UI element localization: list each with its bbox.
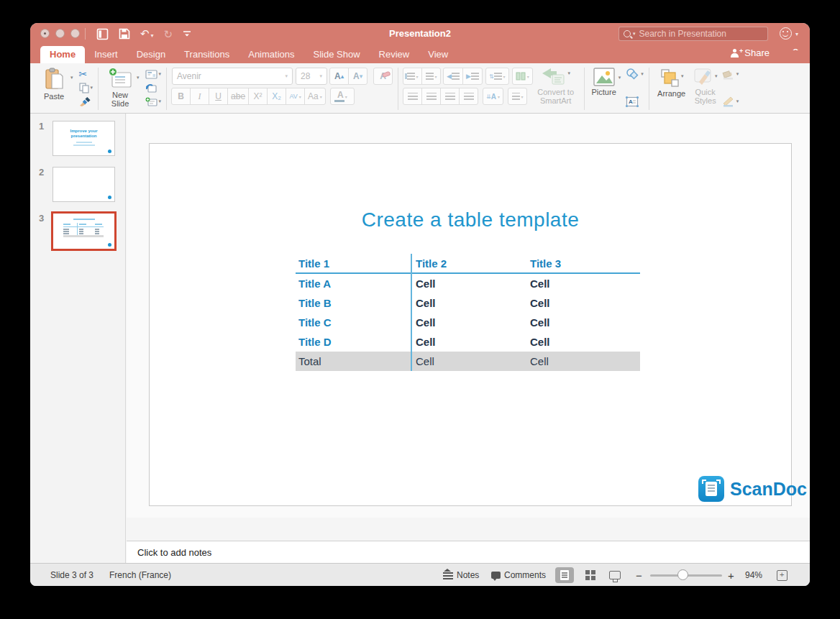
subscript-button[interactable]: X₂ <box>267 88 286 105</box>
align-center-button[interactable] <box>421 88 441 105</box>
search-scope-caret[interactable]: ▾ <box>633 31 636 37</box>
slide-show-button[interactable] <box>606 567 624 583</box>
table-cell[interactable]: Cell <box>524 316 640 329</box>
clear-formatting-button[interactable]: A <box>373 68 393 85</box>
table-cell[interactable]: Cell <box>524 278 640 290</box>
tab-animations[interactable]: Animations <box>239 46 303 63</box>
slide-sorter-view-button[interactable] <box>581 567 600 583</box>
table-cell[interactable]: Cell <box>524 297 640 309</box>
table-cell[interactable]: Cell <box>409 316 524 329</box>
table-cell[interactable]: Title D <box>296 336 409 348</box>
slide-thumbnail-3-selected[interactable] <box>51 211 117 251</box>
table-cell[interactable]: Cell <box>409 297 524 309</box>
arrange-button[interactable]: ▾ Arrange <box>654 66 689 98</box>
collapse-ribbon-chevron[interactable]: ˆ <box>793 48 798 58</box>
new-slide-caret[interactable]: ▾ <box>137 75 140 81</box>
search-placeholder: Search in Presentation <box>639 29 726 39</box>
text-direction-button[interactable]: ⇊A▾ <box>483 88 503 105</box>
table-cell[interactable]: Title A <box>296 278 409 290</box>
thumb1-subtitle-line <box>76 142 92 143</box>
table-header[interactable]: Title 1 <box>296 257 409 270</box>
table-cell[interactable]: Cell <box>409 355 524 367</box>
table-cell[interactable]: Title B <box>296 297 409 309</box>
tab-view[interactable]: View <box>419 46 457 63</box>
columns-button[interactable]: ▾ <box>512 68 533 85</box>
picture-button[interactable]: Picture <box>590 66 618 96</box>
tab-home[interactable]: Home <box>40 46 85 63</box>
share-button[interactable]: + Share <box>731 47 770 58</box>
new-slide-button[interactable]: NewSlide <box>104 66 137 108</box>
slide-thumbnail-2[interactable] <box>52 167 115 202</box>
comments-toggle-button[interactable]: Comments <box>491 564 546 586</box>
zoom-in-button[interactable]: + <box>728 564 734 586</box>
feedback-smiley-icon[interactable] <box>780 27 792 40</box>
font-size-select[interactable]: 28▾ <box>296 68 327 85</box>
text-box-button[interactable]: A <box>625 95 644 108</box>
tab-design[interactable]: Design <box>127 46 175 63</box>
change-case-button[interactable]: Aa▾ <box>304 88 326 105</box>
character-spacing-button[interactable]: AV▾ <box>286 88 305 105</box>
zoom-out-button[interactable]: − <box>636 564 642 586</box>
format-painter-button[interactable] <box>79 95 93 108</box>
convert-to-smartart-button[interactable]: ▾ Convert toSmartArt <box>533 66 579 111</box>
notes-pane[interactable]: Click to add notes <box>127 541 810 563</box>
table-cell[interactable]: Cell <box>409 278 524 290</box>
cut-button[interactable]: ✂ <box>79 68 93 81</box>
tab-review[interactable]: Review <box>370 46 419 63</box>
zoom-percentage[interactable]: 94% <box>745 564 762 586</box>
table-cell[interactable]: Cell <box>524 355 640 367</box>
table-cell[interactable]: Cell <box>524 336 640 348</box>
notes-toggle-button[interactable]: Notes <box>443 564 479 586</box>
reset-slide-button[interactable] <box>145 81 162 94</box>
table-total-row: Total Cell Cell <box>296 352 640 371</box>
language-indicator[interactable]: French (France) <box>109 564 171 586</box>
table-header[interactable]: Title 3 <box>524 257 640 270</box>
zoom-slider-knob[interactable] <box>677 569 688 580</box>
fit-slide-button[interactable] <box>777 564 788 586</box>
align-text-button[interactable]: ▾ <box>508 88 527 105</box>
justify-button[interactable] <box>459 88 478 105</box>
align-right-button[interactable] <box>440 88 460 105</box>
section-button[interactable]: ▾ <box>145 95 162 108</box>
tab-insert[interactable]: Insert <box>85 46 127 63</box>
font-color-button[interactable]: A ▾ <box>330 88 355 105</box>
feedback-caret[interactable]: ▾ <box>795 31 798 37</box>
line-spacing-button[interactable]: ⇅▾ <box>485 68 509 85</box>
slide-thumbnail-1[interactable]: Improve yourpresentation <box>52 121 115 156</box>
slide-canvas[interactable]: Create a table template Title 1 Title 2 … <box>149 143 792 506</box>
superscript-button[interactable]: X² <box>248 88 268 105</box>
search-input[interactable]: ▾ Search in Presentation <box>618 27 768 41</box>
shapes-button[interactable]: ▾ <box>625 68 644 81</box>
grow-font-button[interactable]: A▴ <box>329 68 349 85</box>
normal-view-button[interactable] <box>555 567 574 583</box>
layout-button[interactable]: ▾ <box>145 68 162 81</box>
copy-button[interactable]: ▾ <box>79 81 93 94</box>
tab-slide-show[interactable]: Slide Show <box>304 46 370 63</box>
increase-indent-button[interactable]: ▶ <box>462 68 483 85</box>
shape-outline-button[interactable]: ▾ <box>722 95 739 108</box>
quick-styles-button[interactable]: ▾ QuickStyles <box>689 66 722 105</box>
table-cell[interactable]: Total <box>296 355 409 367</box>
bold-button[interactable]: B <box>171 88 191 105</box>
tab-transitions[interactable]: Transitions <box>175 46 239 63</box>
table-cell[interactable]: Title C <box>296 316 409 329</box>
font-name-select[interactable]: Avenir▾ <box>172 68 293 85</box>
underline-button[interactable]: U <box>209 88 228 105</box>
bullets-button[interactable]: ▾ <box>403 68 422 85</box>
shape-fill-button[interactable]: ▾ <box>722 68 739 81</box>
paste-caret[interactable]: ▾ <box>70 75 73 81</box>
strikethrough-button[interactable]: abe <box>227 88 249 105</box>
numbering-button[interactable]: ▾ <box>421 68 441 85</box>
align-left-button[interactable] <box>403 88 422 105</box>
slide-table[interactable]: Title 1 Title 2 Title 3 Title A Cell Cel… <box>296 254 640 371</box>
decrease-indent-button[interactable]: ◀ <box>443 68 463 85</box>
group-divider <box>398 68 398 110</box>
paste-button[interactable]: Paste <box>37 66 70 101</box>
table-cell[interactable]: Cell <box>409 336 524 348</box>
picture-caret[interactable]: ▾ <box>618 75 621 81</box>
shrink-font-button[interactable]: A▾ <box>348 68 368 85</box>
slide-title[interactable]: Create a table template <box>150 208 791 231</box>
group-divider <box>98 68 99 110</box>
table-header[interactable]: Title 2 <box>409 257 524 270</box>
italic-button[interactable]: I <box>190 88 209 105</box>
